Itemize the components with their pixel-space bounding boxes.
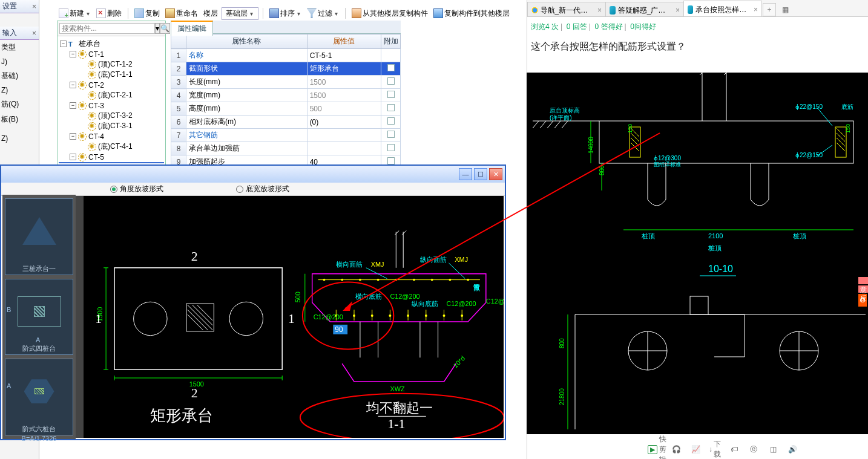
prop-row[interactable]: 5高度(mm)500 <box>171 102 401 116</box>
tree-leaf[interactable]: (顶)CT-3-2 <box>59 111 164 121</box>
dropdown-icon[interactable]: ▾ <box>334 10 339 17</box>
tree-root[interactable]: − 桩承台 <box>59 39 164 49</box>
new-tab-button[interactable]: + <box>763 3 776 16</box>
thumb-rect[interactable]: B A 阶式四桩台 <box>5 279 73 356</box>
svg-text:XMJ: XMJ <box>371 261 384 268</box>
svg-line-20 <box>402 230 406 235</box>
radio-width-slope[interactable]: 底宽放坡形式 <box>236 184 289 194</box>
tab-close-icon[interactable]: × <box>597 6 602 15</box>
copy-button[interactable]: 复制 <box>133 8 162 19</box>
category-item[interactable]: J) <box>0 55 39 68</box>
category-item[interactable]: 板(B) <box>0 112 39 127</box>
new-button[interactable]: 新建▾ <box>57 8 93 19</box>
category-item[interactable]: Z) <box>0 132 39 145</box>
search-input[interactable] <box>59 23 155 34</box>
clone-icon <box>433 8 443 18</box>
dock-tab-settings[interactable]: 设置 × <box>0 0 39 13</box>
collapse-icon[interactable]: − <box>70 154 76 160</box>
tab-close-icon[interactable]: × <box>676 6 680 15</box>
dialog-titlebar[interactable]: — ☐ ✕ <box>1 166 505 183</box>
prop-row[interactable]: 7其它钢筋 <box>171 129 401 142</box>
collapse-icon[interactable]: − <box>70 133 76 140</box>
tab-grid-icon[interactable]: ▦ <box>778 3 792 16</box>
tree-leaf[interactable]: (底)CT-2-1 <box>59 90 164 100</box>
side-tab[interactable]: 反 <box>858 285 868 293</box>
svg-text:底筋: 底筋 <box>841 103 853 110</box>
collapse-icon[interactable]: − <box>60 41 67 47</box>
browser-tab[interactable]: 答疑解惑_广联达服务新× <box>605 2 684 16</box>
minimize-button[interactable]: — <box>459 168 472 180</box>
category-item[interactable]: 类型 <box>0 40 39 55</box>
snip-button[interactable]: ▶快剪辑 <box>651 444 662 455</box>
close-icon[interactable]: × <box>32 29 36 37</box>
drawing-canvas[interactable]: 1500 1500 1 1 2 2 矩形承台 <box>84 196 504 438</box>
dropdown-icon[interactable]: ▾ <box>85 10 91 17</box>
thumb-hex[interactable]: A 阶式六桩台 B=A/1.7326 <box>5 359 73 435</box>
side-tab[interactable]: O <box>858 294 867 307</box>
tree-leaf-selected[interactable]: (底)CT-5-1 <box>59 162 164 163</box>
clone-from-button[interactable]: 从其他楼层复制构件 <box>350 8 430 19</box>
tree-leaf[interactable]: (顶)CT-1-2 <box>59 59 164 70</box>
reference-drawing[interactable]: 原台顶标高 (详平面) 底筋 150 150 ϕ12@300 图纸详标准 ϕ22… <box>527 73 868 434</box>
sort-icon <box>269 8 279 18</box>
category-item[interactable]: 基础) <box>0 68 39 83</box>
svg-text:1: 1 <box>95 311 102 326</box>
tree-leaf[interactable]: (底)CT-4-1 <box>59 142 164 152</box>
property-table: 属性名称 属性值 附加 1名称CT-5-1 2截面形状矩形承台 3长度(mm)1… <box>171 34 401 182</box>
search-icon[interactable]: 🔍 <box>160 23 170 34</box>
prop-row[interactable]: 1名称CT-5-1 <box>171 49 401 62</box>
collapse-icon[interactable]: − <box>70 82 76 88</box>
dropdown-icon[interactable]: ▾ <box>296 10 301 17</box>
svg-text:150: 150 <box>627 124 633 133</box>
collapse-icon[interactable]: − <box>70 102 76 109</box>
rename-button[interactable]: 重命名 <box>163 8 200 19</box>
tree-label: (底)CT-5-1 <box>98 162 133 163</box>
clone-to-button[interactable]: 复制构件到其他楼层 <box>432 8 511 19</box>
floor-button[interactable]: 楼层 <box>202 8 220 19</box>
collapse-icon[interactable]: − <box>70 51 76 57</box>
sort-button[interactable]: 排序▾ <box>268 8 303 19</box>
tree-leaf[interactable]: (底)CT-3-1 <box>59 121 164 131</box>
category-item[interactable]: 筋(Q) <box>0 97 39 112</box>
thumb-tri[interactable]: 三桩承台一 <box>5 198 73 275</box>
tree-node[interactable]: −CT-1 <box>59 49 164 59</box>
browser-tab[interactable]: 导航_新一代安全上网× <box>527 2 606 16</box>
component-tree[interactable]: − 桩承台 −CT-1 (顶)CT-1-2 (底)CT-1-1 −CT-2 (底… <box>58 36 165 163</box>
dock-tab-input[interactable]: 输入 × <box>0 27 39 40</box>
ie-icon[interactable]: ⓔ <box>748 444 759 455</box>
side-tab[interactable]: 意 <box>858 277 868 284</box>
property-tab[interactable]: 属性编辑 <box>171 21 213 36</box>
tree-node[interactable]: −CT-4 <box>59 131 164 142</box>
prop-row[interactable]: 3长度(mm)1500 <box>171 76 401 89</box>
expand-all-icon[interactable]: ▾ <box>155 23 160 34</box>
prop-row[interactable]: 4宽度(mm)1500 <box>171 89 401 102</box>
close-button[interactable]: ✕ <box>489 168 502 180</box>
prop-row[interactable]: 6相对底标高(m)(0) <box>171 116 401 129</box>
close-icon[interactable]: × <box>32 2 36 11</box>
volume-icon[interactable]: 🔊 <box>787 444 798 455</box>
tab-close-icon[interactable]: × <box>754 5 758 14</box>
category-item[interactable]: Z) <box>0 83 39 97</box>
svg-text:矩形承台: 矩形承台 <box>150 407 213 425</box>
maximize-button[interactable]: ☐ <box>474 168 487 180</box>
favicon-icon <box>531 6 538 15</box>
dropdown-icon: ▾ <box>249 10 254 17</box>
tree-node[interactable]: −CT-2 <box>59 80 164 90</box>
floor-select[interactable]: 基础层▾ <box>222 7 258 20</box>
component-icon <box>78 81 87 90</box>
tree-leaf[interactable]: (底)CT-1-1 <box>59 70 164 80</box>
trend-icon[interactable]: 📈 <box>690 444 701 455</box>
filter-button[interactable]: 过滤▾ <box>305 8 341 19</box>
browser-tab-active[interactable]: 承台按照怎样的配筋形式× <box>683 1 762 16</box>
tree-node[interactable]: −CT-5 <box>59 152 164 162</box>
download-button[interactable]: ↓下载 <box>709 444 720 455</box>
prop-row-selected[interactable]: 2截面形状矩形承台 <box>171 62 401 76</box>
prop-row[interactable]: 8承台单边加强筋 <box>171 142 401 155</box>
split-icon[interactable]: ◫ <box>768 444 778 455</box>
tree-node[interactable]: −CT-3 <box>59 100 164 111</box>
delete-button[interactable]: 删除 <box>94 8 123 19</box>
headphone-icon[interactable]: 🎧 <box>671 444 682 455</box>
tag-icon[interactable]: 🏷 <box>729 444 740 455</box>
category-item[interactable] <box>0 127 39 132</box>
radio-angle-slope[interactable]: 角度放坡形式 <box>110 184 163 194</box>
